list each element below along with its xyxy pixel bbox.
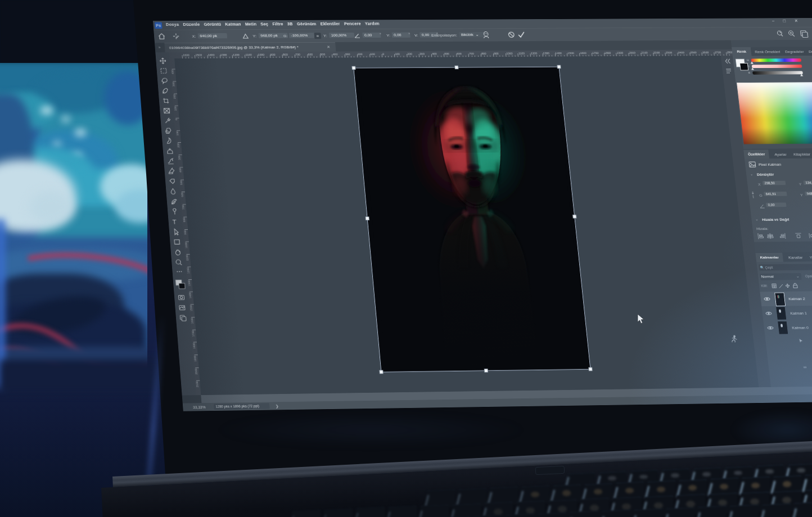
svg-text:T: T xyxy=(172,218,177,225)
